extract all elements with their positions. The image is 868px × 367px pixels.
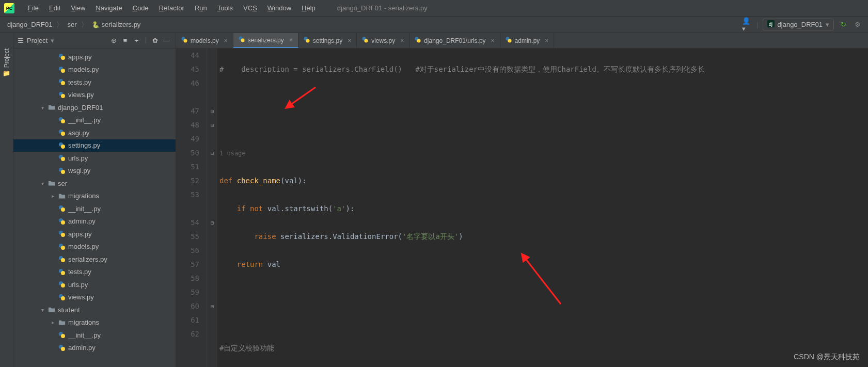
tree-item-admin-py[interactable]: admin.py <box>13 215 176 228</box>
tree-item-urls-py[interactable]: urls.py <box>13 278 176 291</box>
code-comment: # description = serializers.CharField() <box>219 65 402 73</box>
run-config-selector[interactable]: dj django_DRF01 ▾ <box>763 19 834 30</box>
breadcrumb-leaf[interactable]: 🐍serializers.py <box>90 20 143 29</box>
tree-item-student[interactable]: ▾student <box>13 304 176 316</box>
tree-item-django-drf01[interactable]: ▾django_DRF01 <box>13 101 176 114</box>
tree-item-admin-py[interactable]: admin.py <box>13 342 176 355</box>
project-tree[interactable]: apps.pymodels.pytests.pyviews.py▾django_… <box>13 49 176 367</box>
tree-item-urls-py[interactable]: urls.py <box>13 152 176 165</box>
fold-marker[interactable]: ⊟ <box>207 118 217 132</box>
svg-text:dj: dj <box>769 22 772 27</box>
fold-marker[interactable] <box>207 244 217 258</box>
tree-item-models-py[interactable]: models.py <box>13 241 176 253</box>
fold-marker[interactable] <box>207 49 217 62</box>
fold-marker[interactable] <box>207 258 217 272</box>
svg-point-27 <box>61 246 65 250</box>
tree-arrow[interactable]: ▾ <box>39 105 45 110</box>
fold-marker[interactable]: ⊟ <box>207 216 217 230</box>
tab-views-py[interactable]: views.py× <box>357 33 409 48</box>
tree-item-tests-py[interactable]: tests.py <box>13 266 176 279</box>
menu-edit[interactable]: Edit <box>44 2 66 14</box>
fold-marker[interactable] <box>207 327 217 341</box>
menu-code[interactable]: Code <box>128 2 154 14</box>
gutter-fold[interactable]: ⊟⊟⊟⊟⊟ <box>207 49 217 367</box>
tree-item-ser[interactable]: ▾ser <box>13 177 176 190</box>
svg-point-7 <box>61 81 65 85</box>
fold-marker[interactable] <box>207 160 217 174</box>
tree-item-settings-py[interactable]: settings.py <box>13 139 176 152</box>
tree-item-migrations[interactable]: ▸migrations <box>13 190 176 203</box>
menu-navigate[interactable]: Navigate <box>90 2 127 14</box>
tree-item---init---py[interactable]: __init__.py <box>13 114 176 127</box>
fold-marker[interactable] <box>207 62 217 76</box>
tab-django-drf01-urls-py[interactable]: django_DRF01\urls.py× <box>409 33 500 48</box>
fold-marker[interactable]: ⊟ <box>207 104 217 118</box>
tree-item---init---py[interactable]: __init__.py <box>13 329 176 342</box>
tab-settings-py[interactable]: settings.py× <box>298 33 357 48</box>
menu-vcs[interactable]: VCS <box>238 2 262 14</box>
hide-icon[interactable]: — <box>161 36 171 46</box>
tree-item-apps-py[interactable]: apps.py <box>13 228 176 241</box>
project-tool-tab[interactable]: 📁 Project <box>1 43 12 82</box>
collapse-all-icon[interactable]: ÷ <box>132 36 142 46</box>
menu-refactor[interactable]: Refactor <box>154 2 190 14</box>
tree-item-tests-py[interactable]: tests.py <box>13 76 176 89</box>
tree-item-asgi-py[interactable]: asgi.py <box>13 126 176 139</box>
fold-marker[interactable] <box>207 90 217 104</box>
tree-item-views-py[interactable]: views.py <box>13 89 176 102</box>
settings-icon[interactable]: ✿ <box>150 36 160 46</box>
fold-marker[interactable]: ⊟ <box>207 146 217 160</box>
tab-models-py[interactable]: models.py× <box>176 33 233 48</box>
tree-item-apps-py[interactable]: apps.py <box>13 51 176 63</box>
svg-point-49 <box>417 39 421 43</box>
tree-arrow[interactable]: ▸ <box>50 193 56 199</box>
expand-all-icon[interactable]: ≡ <box>120 36 131 46</box>
code-content[interactable]: # description = serializers.CharField() … <box>217 49 868 367</box>
fold-marker[interactable] <box>207 285 217 299</box>
menu-file[interactable]: File <box>23 2 44 14</box>
fold-marker[interactable] <box>207 132 217 146</box>
fold-marker[interactable]: ⊟ <box>207 299 217 313</box>
tab-close-icon[interactable]: × <box>289 37 293 44</box>
tree-item-views-py[interactable]: views.py <box>13 291 176 304</box>
fold-marker[interactable] <box>207 313 217 327</box>
run-settings-icon[interactable]: ⚙ <box>853 20 863 30</box>
tree-arrow[interactable]: ▾ <box>39 181 45 186</box>
tree-arrow[interactable]: ▸ <box>50 320 56 325</box>
code-plain: ): <box>345 204 354 213</box>
run-circle-icon[interactable]: ↻ <box>838 20 848 30</box>
tab-close-icon[interactable]: × <box>348 37 351 44</box>
fold-marker[interactable] <box>207 272 217 285</box>
tree-item-migrations[interactable]: ▸migrations <box>13 316 176 329</box>
menu-view[interactable]: View <box>66 2 90 14</box>
menu-window[interactable]: Window <box>262 2 296 14</box>
breadcrumb-mid[interactable]: ser <box>65 20 78 29</box>
fold-marker[interactable] <box>207 188 217 202</box>
user-icon[interactable]: 👤▾ <box>742 20 752 30</box>
fold-marker[interactable] <box>207 76 217 90</box>
tree-item---init---py[interactable]: __init__.py <box>13 202 176 215</box>
python-icon <box>58 331 66 339</box>
tab-close-icon[interactable]: × <box>224 37 228 44</box>
tree-item-models-py[interactable]: models.py <box>13 63 176 76</box>
tab-close-icon[interactable]: × <box>491 37 495 44</box>
breadcrumb-root[interactable]: django_DRF01 <box>5 20 54 29</box>
menu-run[interactable]: Run <box>190 2 212 14</box>
svg-point-33 <box>61 283 65 288</box>
tree-item-serializers-py[interactable]: serializers.py <box>13 253 176 266</box>
breadcrumb-leaf-label: serializers.py <box>102 21 141 28</box>
tab-admin-py[interactable]: admin.py× <box>500 33 555 48</box>
tab-serializers-py[interactable]: serializers.py× <box>233 33 298 48</box>
fold-marker[interactable] <box>207 202 217 216</box>
menu-help[interactable]: Help <box>296 2 321 14</box>
tree-item-wsgi-py[interactable]: wsgi.py <box>13 165 176 178</box>
menu-tools[interactable]: Tools <box>212 2 238 14</box>
fold-marker[interactable] <box>207 174 217 188</box>
tab-close-icon[interactable]: × <box>545 37 548 44</box>
fold-marker[interactable] <box>207 230 217 244</box>
code-editor[interactable]: 44454647484950515253545556575859606162 ⊟… <box>176 49 868 367</box>
tab-close-icon[interactable]: × <box>400 37 404 44</box>
tree-item-label: apps.py <box>68 230 92 238</box>
tree-arrow[interactable]: ▾ <box>39 307 45 313</box>
select-opened-icon[interactable]: ⊕ <box>109 36 119 46</box>
